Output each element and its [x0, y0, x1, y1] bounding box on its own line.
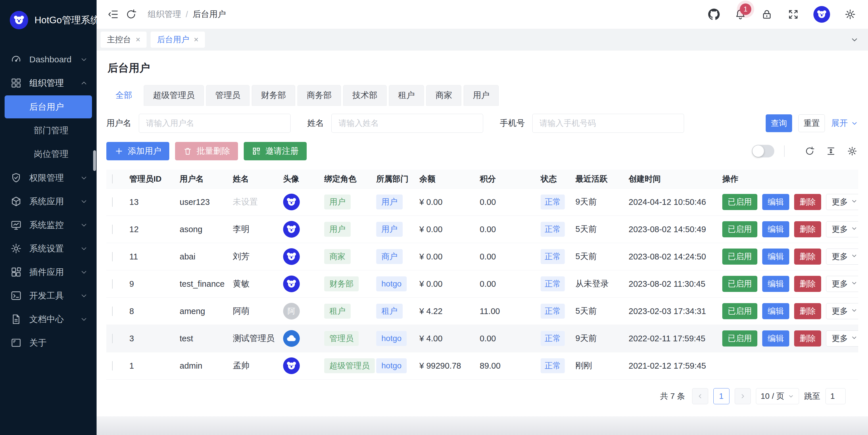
- close-tab-icon[interactable]: ×: [136, 35, 140, 44]
- sidebar-item-admin-users[interactable]: 后台用户: [5, 95, 92, 118]
- filter-tab-3[interactable]: 财务部: [252, 85, 295, 106]
- row-checkbox[interactable]: [112, 361, 113, 371]
- tabbar-chevron-down-icon[interactable]: [850, 35, 864, 44]
- more-button[interactable]: 更多: [826, 276, 858, 292]
- delete-button[interactable]: 删除: [794, 249, 821, 265]
- more-button[interactable]: 更多: [826, 303, 858, 319]
- sidebar-item-org[interactable]: 组织管理: [0, 71, 97, 95]
- edit-button[interactable]: 编辑: [762, 303, 789, 319]
- reset-button[interactable]: 重置: [799, 114, 825, 132]
- striped-toggle[interactable]: [752, 145, 774, 157]
- sidebar-item-docs[interactable]: 文档中心: [0, 307, 97, 331]
- page-size-select[interactable]: 10 / 页: [756, 388, 799, 404]
- tab-chip-1[interactable]: 后台用户×: [151, 32, 205, 48]
- more-button[interactable]: 更多: [826, 249, 858, 265]
- row-checkbox[interactable]: [112, 334, 113, 343]
- cell-last-active: 9天前: [576, 333, 628, 344]
- select-all-checkbox[interactable]: [112, 175, 113, 184]
- edit-button[interactable]: 编辑: [762, 249, 789, 265]
- collapse-sidebar-icon[interactable]: [107, 8, 120, 21]
- enabled-status-button[interactable]: 已启用: [722, 194, 757, 210]
- jump-to-input[interactable]: [826, 388, 845, 404]
- column-settings-gear-icon[interactable]: [846, 145, 858, 157]
- sidebar-item-permissions[interactable]: 权限管理: [0, 166, 97, 190]
- delete-button[interactable]: 删除: [794, 194, 821, 210]
- prev-page-button[interactable]: [692, 388, 708, 404]
- reload-page-icon[interactable]: [125, 8, 137, 21]
- close-tab-icon[interactable]: ×: [194, 35, 198, 44]
- filter-tab-0[interactable]: 全部: [106, 85, 142, 106]
- cell-real-name: 测试管理员: [233, 333, 283, 344]
- page-1-button[interactable]: 1: [713, 388, 730, 404]
- sidebar-item-system-settings[interactable]: 系统设置: [0, 237, 97, 260]
- user-avatar[interactable]: [813, 6, 830, 23]
- delete-button[interactable]: 删除: [794, 331, 821, 346]
- cell-created-at: 2023-08-02 11:30:45: [628, 279, 722, 289]
- more-button[interactable]: 更多: [826, 221, 858, 237]
- filter-tab-5[interactable]: 技术部: [343, 85, 386, 106]
- row-checkbox[interactable]: [112, 307, 113, 316]
- name-input[interactable]: [331, 114, 483, 133]
- row-checkbox[interactable]: [112, 225, 113, 234]
- sidebar-item-dev-tools[interactable]: 开发工具: [0, 284, 97, 307]
- cell-admin-id: 13: [129, 197, 180, 207]
- query-button[interactable]: 查询: [766, 114, 792, 132]
- lock-screen-icon[interactable]: [761, 8, 773, 21]
- notifications-bell-icon[interactable]: 1: [734, 8, 747, 21]
- sidebar-item-system-monitor[interactable]: 系统监控: [0, 213, 97, 237]
- delete-button[interactable]: 删除: [794, 276, 821, 292]
- page-title: 后台用户: [106, 51, 858, 85]
- cell-actions: 已启用编辑删除更多: [722, 194, 858, 210]
- enabled-status-button[interactable]: 已启用: [722, 276, 757, 292]
- add-user-button[interactable]: 添加用户: [106, 142, 169, 160]
- refresh-table-icon[interactable]: [804, 145, 816, 157]
- username-input[interactable]: [139, 114, 290, 133]
- filter-tab-1[interactable]: 超级管理员: [144, 85, 204, 106]
- row-density-icon[interactable]: [825, 145, 837, 157]
- invite-register-button[interactable]: 邀请注册: [244, 142, 307, 160]
- edit-button[interactable]: 编辑: [762, 331, 789, 346]
- row-checkbox[interactable]: [112, 197, 113, 207]
- enabled-status-button[interactable]: 已启用: [722, 331, 757, 346]
- filter-tab-6[interactable]: 租户: [389, 85, 424, 106]
- row-checkbox[interactable]: [112, 252, 113, 261]
- sidebar-item-positions[interactable]: 岗位管理: [5, 143, 92, 165]
- cell-admin-id: 1: [129, 361, 180, 371]
- fullscreen-icon[interactable]: [787, 8, 800, 21]
- tab-chip-0[interactable]: 主控台×: [101, 32, 147, 48]
- sidebar-item-departments[interactable]: 部门管理: [5, 119, 92, 142]
- delete-button[interactable]: 删除: [794, 221, 821, 237]
- sidebar-item-about[interactable]: 关于: [0, 331, 97, 354]
- edit-button[interactable]: 编辑: [762, 194, 789, 210]
- enabled-status-button[interactable]: 已启用: [722, 249, 757, 265]
- enabled-status-button[interactable]: 已启用: [722, 221, 757, 237]
- more-label: 更多: [832, 196, 848, 208]
- expand-filters-link[interactable]: 展开: [831, 118, 858, 129]
- delete-button[interactable]: 删除: [794, 303, 821, 319]
- github-icon[interactable]: [708, 8, 720, 21]
- enabled-status-button[interactable]: 已启用: [722, 303, 757, 319]
- breadcrumb-current[interactable]: 后台用户: [192, 9, 226, 20]
- cell-department: 商户: [376, 249, 419, 264]
- filter-tab-7[interactable]: 商家: [426, 85, 461, 106]
- sidebar-scrollbar-thumb[interactable]: [93, 150, 96, 171]
- sidebar-item-dashboard[interactable]: Dashboard: [0, 48, 97, 71]
- next-page-button[interactable]: [735, 388, 751, 404]
- edit-button[interactable]: 编辑: [762, 276, 789, 292]
- app-logo[interactable]: HotGo管理系统: [0, 0, 97, 38]
- sidebar-item-plugins[interactable]: 插件应用: [0, 260, 97, 284]
- batch-delete-button[interactable]: 批量删除: [175, 142, 238, 160]
- breadcrumb-parent[interactable]: 组织管理: [148, 9, 181, 20]
- more-button[interactable]: 更多: [826, 194, 858, 210]
- row-checkbox[interactable]: [112, 279, 113, 289]
- monitor-icon: [10, 219, 22, 231]
- edit-button[interactable]: 编辑: [762, 221, 789, 237]
- filter-tab-4[interactable]: 商务部: [298, 85, 341, 106]
- filter-tab-2[interactable]: 管理员: [206, 85, 249, 106]
- sidebar-item-system-apps[interactable]: 系统应用: [0, 190, 97, 213]
- department-tag: hotgo: [376, 276, 407, 291]
- phone-input[interactable]: [532, 114, 684, 133]
- filter-tab-8[interactable]: 用户: [464, 85, 499, 106]
- settings-gear-icon[interactable]: [844, 8, 857, 21]
- more-button[interactable]: 更多: [826, 331, 858, 346]
